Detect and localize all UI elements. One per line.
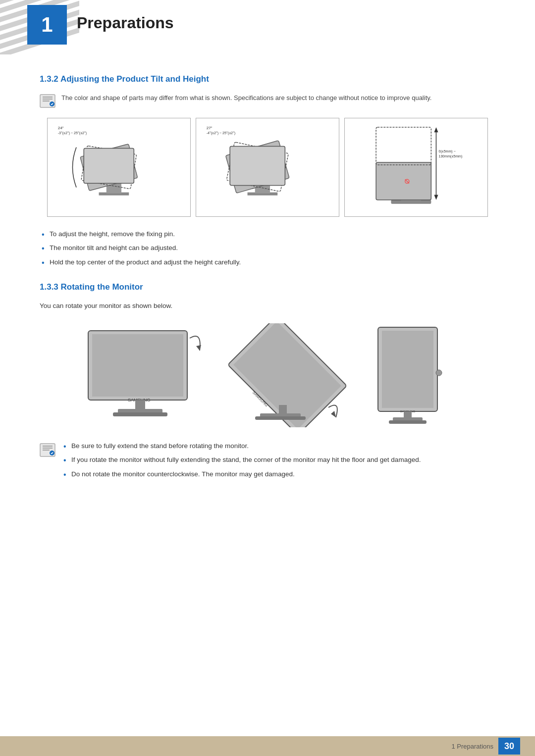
- svg-text:130mm(±5mm): 130mm(±5mm): [439, 154, 463, 158]
- footer: 1 Preparations 30: [0, 736, 535, 756]
- rotate-svg-1: SAMSUNG: [83, 323, 210, 427]
- main-content: 1.3.2 Adjusting the Product Tilt and Hei…: [0, 74, 535, 525]
- rotate-diagram-3: SAMSUNG: [366, 323, 452, 429]
- height-diagram: 0(±5mm) ~ 130mm(±5mm): [344, 118, 488, 217]
- rotate-svg-2: SAMSUNG: [224, 323, 351, 427]
- tilt-diagrams-row: 24" -3°(±2°) ~ 25°(±2°): [40, 118, 495, 217]
- footer-label: 1 Preparations: [451, 743, 493, 750]
- svg-marker-28: [434, 127, 438, 132]
- svg-text:27": 27": [207, 126, 213, 130]
- chapter-block: 1: [27, 5, 67, 45]
- svg-marker-29: [434, 195, 438, 200]
- section-133-heading: 1.3.3 Rotating the Monitor: [40, 282, 495, 292]
- note-icon: [40, 94, 55, 108]
- bullet-list-133: Be sure to fully extend the stand before…: [61, 441, 495, 483]
- svg-text:0(±5mm) ~: 0(±5mm) ~: [439, 150, 456, 153]
- svg-rect-53: [389, 420, 427, 424]
- header: 1 Preparations: [0, 0, 535, 54]
- section-132: 1.3.2 Adjusting the Product Tilt and Hei…: [40, 74, 495, 267]
- chapter-number: 1: [41, 13, 53, 37]
- note-icon-133: [40, 443, 55, 457]
- note-box-132: The color and shape of parts may differ …: [40, 93, 495, 108]
- rotate-diagram-2: SAMSUNG: [224, 323, 351, 429]
- note-inline-133: Be sure to fully extend the stand before…: [40, 441, 495, 483]
- section-133-intro: You can rotate your monitor as shown bel…: [40, 301, 495, 311]
- bullet-133-3: Do not rotate the monitor counterclockwi…: [61, 469, 495, 479]
- footer-page-number: 30: [498, 738, 520, 755]
- svg-rect-35: [92, 334, 183, 397]
- svg-rect-39: [113, 412, 167, 416]
- tilt-diagram-27-svg: 27" -4°(±2°) ~ 25°(±2°): [200, 122, 335, 212]
- note-text-132: The color and shape of parts may differ …: [61, 93, 431, 103]
- svg-rect-37: [135, 400, 145, 410]
- bullet-132-3: Hold the top center of the product and a…: [40, 257, 495, 267]
- tilt-diagram-27: 27" -4°(±2°) ~ 25°(±2°): [196, 118, 339, 217]
- svg-rect-15: [84, 149, 134, 184]
- rotation-diagrams-row: SAMSUNG SAMS: [40, 323, 495, 429]
- svg-marker-40: [196, 345, 201, 351]
- svg-rect-52: [393, 417, 423, 421]
- section-133: 1.3.3 Rotating the Monitor You can rotat…: [40, 282, 495, 483]
- svg-rect-25: [376, 162, 431, 200]
- bullet-132-2: The monitor tilt and height can be adjus…: [40, 243, 495, 253]
- svg-rect-51: [404, 411, 412, 418]
- svg-rect-42: [233, 323, 341, 427]
- svg-rect-46: [255, 416, 306, 420]
- svg-rect-49: [382, 331, 433, 408]
- rotate-diagram-1: SAMSUNG: [83, 323, 210, 429]
- rotate-svg-3: SAMSUNG: [366, 323, 452, 427]
- tilt-diagram-24-svg: 24" -3°(±2°) ~ 25°(±2°): [52, 122, 186, 212]
- svg-text:24": 24": [58, 126, 64, 130]
- chapter-title: Preparations: [77, 14, 174, 32]
- svg-text:-4°(±2°) ~ 25°(±2°): -4°(±2°) ~ 25°(±2°): [207, 131, 236, 135]
- svg-marker-47: [331, 411, 336, 417]
- height-diagram-svg: 0(±5mm) ~ 130mm(±5mm): [349, 122, 483, 212]
- bullet-132-1: To adjust the height, remove the fixing …: [40, 229, 495, 239]
- svg-point-54: [436, 370, 442, 376]
- bullet-133-2: If you rotate the monitor without fully …: [61, 455, 495, 465]
- section-132-heading: 1.3.2 Adjusting the Product Tilt and Hei…: [40, 74, 495, 84]
- tilt-diagram-24: 24" -3°(±2°) ~ 25°(±2°): [47, 118, 191, 217]
- svg-rect-26: [376, 127, 431, 165]
- bullet-133-1: Be sure to fully extend the stand before…: [61, 441, 495, 451]
- bullet-list-132: To adjust the height, remove the fixing …: [40, 229, 495, 267]
- svg-rect-22: [230, 147, 285, 186]
- svg-text:-3°(±2°) ~ 25°(±2°): -3°(±2°) ~ 25°(±2°): [58, 131, 87, 135]
